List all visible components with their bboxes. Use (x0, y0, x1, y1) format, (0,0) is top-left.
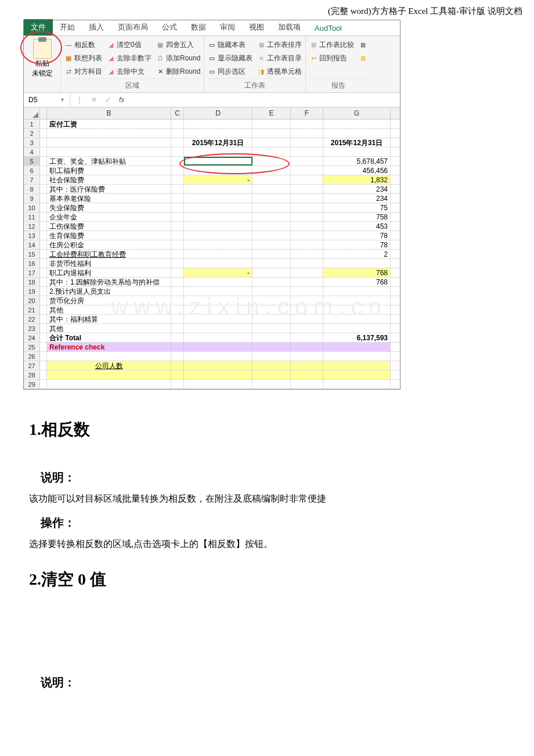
cell[interactable] (184, 324, 252, 333)
cell[interactable] (171, 278, 184, 286)
cell[interactable] (323, 315, 391, 323)
tab-start[interactable]: 开始 (53, 19, 82, 35)
cell[interactable] (171, 213, 184, 221)
cell[interactable]: 5,678,457 (323, 157, 391, 165)
cell[interactable] (291, 278, 323, 286)
cell[interactable] (40, 315, 47, 323)
cell[interactable] (291, 333, 323, 342)
tab-audtool[interactable]: AudTool (308, 21, 349, 35)
cell[interactable] (184, 194, 252, 203)
cell[interactable] (323, 324, 391, 333)
cell[interactable] (252, 166, 291, 175)
cell[interactable]: 453 (323, 222, 391, 231)
cell[interactable]: 6,137,593 (323, 333, 391, 342)
cell[interactable] (323, 361, 391, 370)
row-header[interactable]: 16 (24, 259, 40, 268)
cell[interactable] (252, 324, 291, 333)
cell[interactable] (171, 352, 184, 361)
cell[interactable] (171, 324, 184, 333)
row-header[interactable]: 27 (24, 361, 40, 370)
row-header[interactable]: 9 (24, 194, 40, 203)
cell[interactable] (184, 361, 252, 370)
cell[interactable] (291, 250, 323, 258)
cell[interactable] (47, 352, 171, 361)
cell[interactable] (40, 352, 47, 361)
cell[interactable] (171, 296, 184, 305)
cell[interactable] (252, 250, 291, 258)
btn-peekcell[interactable]: ◨透视单元格 (257, 66, 302, 77)
cell[interactable]: 住房公积金 (47, 240, 171, 249)
cell[interactable]: 工会经费和职工教育经费 (47, 250, 171, 258)
cell[interactable] (252, 343, 291, 351)
row-header[interactable]: 28 (24, 370, 40, 379)
cell[interactable] (40, 333, 47, 342)
cell[interactable] (40, 213, 47, 221)
row-header[interactable]: 10 (24, 203, 40, 212)
name-box[interactable]: D5▼ (24, 93, 70, 107)
cell[interactable] (184, 352, 252, 361)
cell[interactable]: 768 (323, 278, 391, 286)
cell[interactable] (252, 287, 291, 296)
tab-formula[interactable]: 公式 (155, 19, 184, 35)
cell[interactable] (291, 361, 323, 370)
tab-addin[interactable]: 加载项 (271, 19, 308, 35)
row-header[interactable]: 14 (24, 240, 40, 249)
cell[interactable] (252, 259, 291, 268)
cell[interactable] (291, 352, 323, 361)
cell[interactable] (252, 203, 291, 212)
cell[interactable]: 职工福利费 (47, 166, 171, 175)
col-g[interactable]: G (323, 107, 391, 119)
cell[interactable] (40, 240, 47, 249)
row-header[interactable]: 23 (24, 324, 40, 333)
cell[interactable] (171, 175, 184, 184)
btn-linklist[interactable]: ▦联想列表 (64, 52, 102, 64)
cell[interactable] (252, 296, 291, 305)
col-a[interactable] (40, 107, 47, 119)
cell[interactable] (291, 166, 323, 175)
cell[interactable] (184, 278, 252, 286)
cell[interactable] (323, 129, 391, 138)
cell[interactable] (184, 157, 252, 165)
cell[interactable] (184, 129, 252, 138)
cell[interactable] (184, 315, 252, 323)
cell[interactable]: 应付工资 (47, 120, 171, 128)
row-header[interactable]: 22 (24, 315, 40, 323)
cell[interactable] (323, 343, 391, 351)
cell[interactable] (184, 380, 252, 388)
cell[interactable]: 2015年12月31日 (323, 138, 391, 147)
cell[interactable] (40, 380, 47, 388)
cell[interactable] (40, 278, 47, 286)
cell[interactable]: 78 (323, 231, 391, 240)
tab-data[interactable]: 数据 (184, 19, 213, 35)
cell[interactable] (171, 147, 184, 156)
cell[interactable]: 公司人数 (47, 361, 171, 370)
cell[interactable] (40, 250, 47, 258)
btn-rmcn[interactable]: ◢去除中文 (107, 66, 151, 77)
cell[interactable] (323, 380, 391, 388)
btn-hidesheet[interactable]: ▭隐藏本表 (208, 39, 252, 51)
cell[interactable] (171, 380, 184, 388)
cell[interactable] (47, 129, 171, 138)
cell[interactable]: 其中：医疗保险费 (47, 185, 171, 193)
cell[interactable]: 其他 (47, 305, 171, 314)
cell[interactable] (291, 268, 323, 277)
cell[interactable] (291, 175, 323, 184)
cell[interactable] (252, 185, 291, 193)
cell[interactable]: 货币化分房 (47, 296, 171, 305)
cell[interactable] (171, 333, 184, 342)
cell[interactable] (252, 213, 291, 221)
cell[interactable] (40, 222, 47, 231)
cell[interactable] (40, 231, 47, 240)
btn-showhidden[interactable]: ▭显示隐藏表 (208, 52, 252, 64)
cell[interactable] (171, 305, 184, 314)
cell[interactable] (184, 213, 252, 221)
cell[interactable] (323, 352, 391, 361)
cell[interactable] (171, 222, 184, 231)
row-header[interactable]: 17 (24, 268, 40, 277)
btn-sortsheet[interactable]: ⊞工作表排序 (257, 39, 302, 51)
cell[interactable] (184, 296, 252, 305)
cell[interactable] (171, 157, 184, 165)
cell[interactable]: 75 (323, 203, 391, 212)
cell[interactable]: 合计 Total (47, 333, 171, 342)
cell[interactable] (184, 259, 252, 268)
